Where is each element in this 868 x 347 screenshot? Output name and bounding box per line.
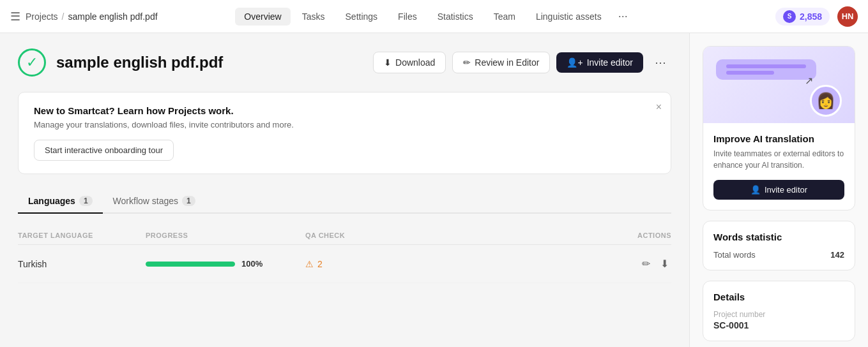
progress-percentage: 100% (241, 259, 263, 269)
tab-tasks[interactable]: Tasks (293, 8, 334, 26)
table-header: TARGET LANGUAGE PROGRESS QA CHECK ACTION… (18, 226, 671, 245)
breadcrumb-root[interactable]: Projects (26, 11, 58, 22)
sidebar-invite-icon: 👤 (750, 185, 761, 195)
details-title: Details (713, 292, 844, 302)
banner-close-button[interactable]: × (656, 101, 662, 113)
tab-languages[interactable]: Languages 1 (18, 189, 103, 214)
total-words-row: Total words 142 (713, 250, 844, 260)
table-row: Turkish 100% ⚠ 2 ✏ ⬇ (18, 245, 671, 283)
banner-title: New to Smartcat? Learn how Projects work… (34, 105, 655, 116)
tab-overview[interactable]: Overview (235, 8, 290, 26)
promo-line-1 (726, 64, 806, 68)
actions-cell: ✏ ⬇ (595, 255, 671, 272)
nav-left: ☰ Projects / sample english pdf.pdf (10, 10, 235, 24)
language-tabs: Languages 1 Workflow stages 1 (18, 189, 671, 214)
col-target-language: TARGET LANGUAGE (18, 232, 146, 239)
hamburger-icon[interactable]: ☰ (10, 10, 20, 24)
download-action-icon[interactable]: ⬇ (658, 255, 671, 272)
tab-languages-label: Languages (28, 196, 75, 206)
avatar[interactable]: HN (837, 6, 858, 27)
language-name: Turkish (18, 259, 146, 269)
more-options-button[interactable]: ⋯ (650, 50, 671, 75)
col-actions: ACTIONS (595, 232, 671, 239)
sidebar-invite-label: Invite editor (765, 185, 807, 195)
credit-badge[interactable]: S 2,858 (775, 8, 830, 26)
language-table: TARGET LANGUAGE PROGRESS QA CHECK ACTION… (18, 226, 671, 283)
top-navigation: ☰ Projects / sample english pdf.pdf Over… (0, 0, 868, 33)
credit-value: 2,858 (800, 11, 822, 22)
promo-bubble (716, 59, 816, 80)
onboarding-banner: × New to Smartcat? Learn how Projects wo… (18, 92, 671, 174)
promo-card-body: Improve AI translation Invite teammates … (703, 123, 855, 210)
pencil-icon: ✏ (463, 57, 471, 68)
promo-avatar: 👩 (810, 85, 842, 117)
tab-languages-badge: 1 (79, 196, 93, 206)
breadcrumb-current: sample english pdf.pdf (68, 11, 157, 22)
download-button[interactable]: ⬇ Download (373, 52, 446, 73)
words-stats-card: Words statistic Total words 142 (703, 221, 855, 270)
left-content: ✓ sample english pdf.pdf ⬇ Download ✏ Re… (0, 33, 689, 347)
total-words-label: Total words (713, 250, 756, 260)
nav-more-icon[interactable]: ··· (613, 7, 633, 26)
review-label: Review in Editor (475, 57, 539, 68)
person-plus-icon: 👤+ (567, 57, 582, 68)
col-qa-check: QA CHECK (305, 232, 433, 239)
project-number-value: SC-0001 (713, 320, 844, 330)
total-words-value: 142 (830, 250, 844, 260)
tab-statistics[interactable]: Statistics (429, 8, 482, 26)
sidebar-invite-editor-button[interactable]: 👤 Invite editor (713, 180, 844, 200)
warning-icon: ⚠ (305, 259, 314, 269)
breadcrumb-separator: / (62, 11, 65, 22)
project-number-label: Project number (713, 310, 844, 319)
nav-tabs: Overview Tasks Settings Files Statistics… (235, 7, 632, 26)
check-icon: ✓ (18, 48, 46, 77)
right-sidebar: ↗ 👩 Improve AI translation Invite teamma… (689, 33, 868, 347)
review-editor-button[interactable]: ✏ Review in Editor (452, 52, 550, 73)
tab-settings[interactable]: Settings (337, 8, 387, 26)
tab-linguistic-assets[interactable]: Linguistic assets (527, 8, 611, 26)
promo-card-title: Improve AI translation (713, 133, 844, 144)
invite-label: Invite editor (587, 57, 633, 68)
tab-workflow-label: Workflow stages (113, 196, 178, 206)
progress-bar-background (146, 262, 235, 267)
promo-image: ↗ 👩 (703, 47, 855, 123)
col-progress: PROGRESS (146, 232, 305, 239)
onboarding-tour-button[interactable]: Start interactive onboarding tour (34, 140, 174, 161)
promo-card: ↗ 👩 Improve AI translation Invite teamma… (703, 46, 855, 210)
progress-cell: 100% (146, 259, 305, 269)
invite-editor-button[interactable]: 👤+ Invite editor (556, 52, 643, 73)
download-label: Download (395, 57, 435, 68)
page-title: sample english pdf.pdf (56, 54, 363, 71)
promo-card-description: Invite teammates or external editors to … (713, 148, 844, 171)
credit-icon: S (783, 10, 796, 23)
promo-cursor-icon: ↗ (805, 75, 813, 87)
tab-team[interactable]: Team (485, 8, 524, 26)
details-card: Details Project number SC-0001 (703, 281, 855, 341)
qa-count: 2 (317, 259, 323, 269)
header-actions: ⬇ Download ✏ Review in Editor 👤+ Invite … (373, 50, 671, 75)
tab-workflow-badge: 1 (182, 196, 195, 206)
page-header: ✓ sample english pdf.pdf ⬇ Download ✏ Re… (18, 48, 671, 77)
banner-description: Manage your translations, download files… (34, 120, 655, 129)
tab-workflow-stages[interactable]: Workflow stages 1 (103, 189, 206, 214)
edit-action-icon[interactable]: ✏ (639, 255, 653, 272)
col-empty (433, 232, 595, 239)
download-icon: ⬇ (384, 57, 392, 68)
words-stats-title: Words statistic (713, 232, 844, 242)
qa-check-cell[interactable]: ⚠ 2 (305, 259, 433, 269)
breadcrumb: Projects / sample english pdf.pdf (26, 11, 158, 22)
nav-right: S 2,858 HN (633, 6, 858, 27)
promo-line-2 (726, 71, 774, 75)
tab-files[interactable]: Files (389, 8, 426, 26)
main-layout: ✓ sample english pdf.pdf ⬇ Download ✏ Re… (0, 33, 868, 347)
progress-bar-fill (146, 262, 235, 267)
